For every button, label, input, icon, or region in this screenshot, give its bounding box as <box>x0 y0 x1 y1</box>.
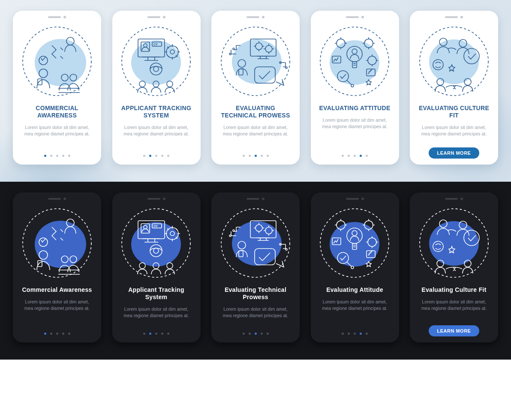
card-title: EVALUATING ATTITUDE <box>319 105 391 112</box>
card-title: EVALUATING CULTURE FIT <box>418 105 490 119</box>
svg-point-45 <box>351 84 354 87</box>
learn-more-button[interactable]: LEARN MORE <box>429 147 480 159</box>
svg-point-31 <box>233 48 234 50</box>
phone-notch <box>314 14 396 20</box>
technical-prowess-icon <box>215 22 296 101</box>
svg-point-107 <box>437 245 439 248</box>
phone-card: COMMERCIAL AWARENESS Lorem ipsum dolor s… <box>13 11 101 165</box>
applicant-tracking-icon: CV <box>116 204 197 283</box>
svg-point-90 <box>330 222 379 267</box>
phone-card: Evaluating Technical Prowess Lorem ipsum… <box>211 192 300 342</box>
card-title: Applicant Tracking System <box>120 286 193 301</box>
card-body: Lorem ipsum dolor sit dim amet, mea regi… <box>16 299 98 312</box>
card-body: Lorem ipsum dolor sit dim amet, mea regi… <box>215 306 296 319</box>
card-title: Commercial Awareness <box>21 286 93 294</box>
phone-notch <box>116 196 197 202</box>
commercial-awareness-icon <box>16 22 98 101</box>
pagination-dots[interactable] <box>215 155 296 157</box>
phone-card: Evaluating Attitude Lorem ipsum dolor si… <box>311 192 399 342</box>
pagination-dots[interactable] <box>16 333 98 335</box>
learn-more-button[interactable]: LEARN MORE <box>429 325 480 336</box>
light-theme-row: COMMERCIAL AWARENESS Lorem ipsum dolor s… <box>0 0 511 182</box>
phone-notch <box>16 196 98 202</box>
svg-point-86 <box>233 230 234 231</box>
svg-point-23 <box>232 39 282 84</box>
svg-point-74 <box>139 263 145 269</box>
svg-text:CV: CV <box>153 225 158 228</box>
pagination-dots[interactable] <box>16 155 98 157</box>
evaluating-attitude-icon <box>314 22 396 101</box>
pagination-dots[interactable] <box>314 155 396 157</box>
phone-card: CV APPLICANT TRACKING SYSTEM Lorem ipsum… <box>112 11 201 165</box>
svg-point-64 <box>131 222 181 267</box>
phone-notch <box>215 196 296 202</box>
pagination-dots[interactable] <box>215 333 296 335</box>
svg-text:CV: CV <box>153 43 158 46</box>
phone-notch <box>314 196 396 202</box>
commercial-awareness-icon <box>16 204 98 283</box>
svg-point-30 <box>229 53 231 55</box>
card-body: Lorem ipsum dolor sit dim amet, mea regi… <box>413 299 495 312</box>
pagination-dots[interactable] <box>116 155 197 157</box>
phone-notch <box>413 196 495 202</box>
card-title: EVALUATING TECHNICAL PROWESS <box>219 105 292 119</box>
card-body: Lorem ipsum dolor sit dim amet, mea regi… <box>16 124 98 137</box>
svg-point-85 <box>229 235 231 237</box>
card-body: Lorem ipsum dolor sit dim amet, mea regi… <box>116 124 197 137</box>
technical-prowess-icon <box>215 204 296 283</box>
dark-theme-row: Commercial Awareness Lorem ipsum dolor s… <box>0 182 511 360</box>
svg-point-33 <box>286 67 287 69</box>
svg-point-19 <box>139 81 145 87</box>
phone-card: EVALUATING CULTURE FIT Lorem ipsum dolor… <box>410 11 498 165</box>
svg-point-102 <box>429 221 479 266</box>
card-body: Lorem ipsum dolor sit dim amet, mea regi… <box>314 117 396 130</box>
phone-card: EVALUATING TECHNICAL PROWESS Lorem ipsum… <box>211 11 300 165</box>
pagination-dots[interactable] <box>116 333 197 335</box>
svg-point-52 <box>437 63 439 66</box>
phone-card: Commercial Awareness Lorem ipsum dolor s… <box>13 192 101 342</box>
phone-notch <box>116 14 197 20</box>
evaluating-attitude-icon <box>314 204 396 283</box>
svg-point-47 <box>429 39 479 84</box>
svg-point-9 <box>131 40 181 85</box>
card-title: COMMERCIAL AWARENESS <box>21 105 93 119</box>
culture-fit-icon <box>413 204 495 283</box>
svg-point-78 <box>232 221 282 266</box>
svg-point-88 <box>286 249 287 250</box>
phone-notch <box>16 14 98 20</box>
card-title: Evaluating Technical Prowess <box>219 286 292 301</box>
card-body: Lorem ipsum dolor sit dim amet, mea regi… <box>116 306 197 319</box>
phone-card: EVALUATING ATTITUDE Lorem ipsum dolor si… <box>311 11 399 165</box>
phone-notch <box>215 14 296 20</box>
svg-point-21 <box>167 81 173 87</box>
card-body: Lorem ipsum dolor sit dim amet, mea regi… <box>413 124 495 137</box>
card-title: APPLICANT TRACKING SYSTEM <box>120 105 193 119</box>
pagination-dots[interactable] <box>314 333 396 335</box>
svg-point-100 <box>351 266 354 269</box>
card-body: Lorem ipsum dolor sit dim amet, mea regi… <box>215 124 296 137</box>
svg-point-56 <box>35 221 86 268</box>
svg-point-1 <box>35 39 86 86</box>
phone-card: CV Applicant Tracking System Lorem ipsum… <box>112 192 201 342</box>
card-title: Evaluating Attitude <box>319 286 391 294</box>
phone-card: Evaluating Culture Fit Lorem ipsum dolor… <box>410 192 498 342</box>
svg-point-76 <box>167 263 173 269</box>
phone-notch <box>413 14 495 20</box>
applicant-tracking-icon: CV <box>116 22 197 101</box>
culture-fit-icon <box>413 22 495 101</box>
card-title: Evaluating Culture Fit <box>418 286 490 294</box>
card-body: Lorem ipsum dolor sit dim amet, mea regi… <box>314 299 396 312</box>
svg-point-35 <box>330 40 379 85</box>
